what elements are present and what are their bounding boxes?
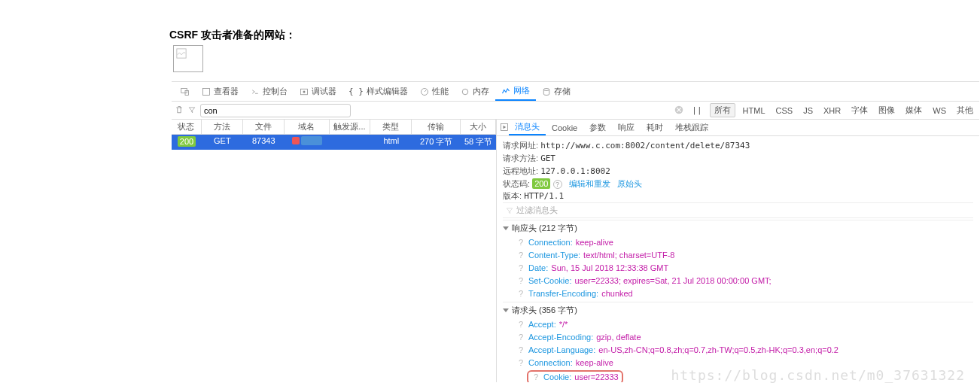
filter-js[interactable]: JS bbox=[800, 106, 816, 115]
url-value: http://www.c.com:8002/content/delete/873… bbox=[540, 141, 750, 150]
network-filter-bar: || 所有 HTML CSS JS XHR 字体 图像 媒体 WS 其他 bbox=[172, 102, 979, 120]
header-row: ?Connection: keep-alive bbox=[503, 236, 973, 249]
broken-image-placeholder bbox=[173, 45, 203, 72]
filter-xhr[interactable]: XHR bbox=[820, 106, 844, 115]
toggle-icon[interactable] bbox=[500, 123, 509, 133]
clear-icon[interactable] bbox=[674, 105, 684, 117]
remote-label: 远程地址: bbox=[503, 166, 538, 175]
status-code-badge: 200 bbox=[532, 178, 550, 189]
col-status[interactable]: 状态 bbox=[172, 120, 202, 134]
table-header: 状态 方法 文件 域名 触发源... 类型 传输 大小 bbox=[172, 120, 496, 135]
responsive-design-icon[interactable] bbox=[175, 82, 196, 101]
cell-method: GET bbox=[202, 135, 243, 150]
trash-icon[interactable] bbox=[175, 105, 184, 116]
tab-performance[interactable]: 性能 bbox=[414, 82, 455, 101]
filter-headers-placeholder[interactable]: 过滤消息头 bbox=[516, 205, 558, 216]
raw-headers-link[interactable]: 原始头 bbox=[617, 179, 642, 188]
tab-style-label: 样式编辑器 bbox=[367, 86, 408, 97]
tab-params[interactable]: 参数 bbox=[583, 120, 612, 135]
tab-inspector-label: 查看器 bbox=[214, 86, 239, 97]
cell-transferred: 270 字节 bbox=[412, 135, 461, 150]
tab-memory[interactable]: 内存 bbox=[455, 82, 495, 101]
details-tabs: 消息头 Cookie 参数 响应 耗时 堆栈跟踪 bbox=[497, 120, 979, 136]
url-label: 请求网址: bbox=[503, 141, 538, 150]
header-row: ?Transfer-Encoding: chunked bbox=[503, 287, 973, 300]
filter-headers-row: 过滤消息头 bbox=[503, 202, 973, 218]
tab-inspector[interactable]: 查看器 bbox=[196, 82, 245, 101]
filter-media[interactable]: 媒体 bbox=[902, 105, 925, 116]
header-row: ?Accept-Encoding: gzip, deflate bbox=[503, 331, 973, 344]
tab-storage[interactable]: 存储 bbox=[536, 82, 577, 101]
col-file[interactable]: 文件 bbox=[243, 120, 285, 134]
tab-style-editor[interactable]: { }样式编辑器 bbox=[342, 82, 414, 101]
version-value: HTTP/1.1 bbox=[524, 191, 564, 201]
col-type[interactable]: 类型 bbox=[370, 120, 412, 134]
tab-headers[interactable]: 消息头 bbox=[509, 120, 546, 135]
response-headers-title: 响应头 (212 字节) bbox=[512, 223, 577, 234]
filter-ws[interactable]: WS bbox=[930, 106, 949, 115]
method-label: 请求方法: bbox=[503, 153, 538, 163]
tab-memory-label: 内存 bbox=[473, 86, 489, 97]
col-domain[interactable]: 域名 bbox=[285, 120, 330, 134]
col-transferred[interactable]: 传输 bbox=[412, 120, 461, 134]
cell-domain bbox=[285, 135, 330, 150]
filter-html[interactable]: HTML bbox=[740, 106, 768, 115]
header-row: ?Accept-Language: en-US,zh-CN;q=0.8,zh;q… bbox=[503, 344, 973, 357]
table-row[interactable]: 200 GET 87343 html 270 字节 58 字节 bbox=[172, 135, 496, 150]
remote-value: 127.0.0.1:8002 bbox=[540, 166, 610, 176]
svg-point-5 bbox=[303, 90, 306, 93]
cell-cause bbox=[330, 135, 371, 150]
tab-cookie[interactable]: Cookie bbox=[546, 120, 583, 135]
header-row: ?Accept: */* bbox=[503, 318, 973, 331]
request-headers-title: 请求头 (356 字节) bbox=[512, 305, 577, 316]
tab-stack[interactable]: 堆栈跟踪 bbox=[669, 120, 714, 135]
devtools-toolbar: 查看器 控制台 调试器 { }样式编辑器 性能 内存 网络 存储 bbox=[172, 82, 979, 102]
header-row: ?Date: Sun, 15 Jul 2018 12:33:38 GMT bbox=[503, 262, 973, 275]
filter-css[interactable]: CSS bbox=[773, 106, 796, 115]
tab-response[interactable]: 响应 bbox=[612, 120, 641, 135]
version-label: 版本: bbox=[503, 191, 522, 200]
funnel-icon[interactable] bbox=[188, 106, 196, 115]
broken-image-icon bbox=[176, 48, 187, 59]
header-row: ?Set-Cookie: user=22333; expires=Sat, 21… bbox=[503, 275, 973, 287]
tab-network[interactable]: 网络 bbox=[495, 82, 536, 101]
page-title: CSRF 攻击者准备的网站： bbox=[169, 29, 296, 42]
tab-debugger-label: 调试器 bbox=[312, 86, 336, 97]
svg-rect-3 bbox=[203, 88, 210, 95]
col-method[interactable]: 方法 bbox=[202, 120, 243, 134]
filter-image[interactable]: 图像 bbox=[875, 105, 898, 116]
edit-resend-link[interactable]: 编辑和重发 bbox=[569, 179, 610, 188]
tab-console-label: 控制台 bbox=[263, 86, 288, 97]
response-headers-section[interactable]: 响应头 (212 字节) bbox=[503, 220, 973, 236]
chevron-down-icon bbox=[503, 308, 509, 312]
pause-button[interactable]: || bbox=[689, 105, 705, 115]
tab-debugger[interactable]: 调试器 bbox=[294, 82, 342, 101]
col-cause[interactable]: 触发源... bbox=[330, 120, 371, 134]
cell-type: html bbox=[370, 135, 412, 150]
svg-point-8 bbox=[543, 88, 549, 90]
header-row: ?Content-Type: text/html; charset=UTF-8 bbox=[503, 249, 973, 262]
devtools-panel: 查看器 控制台 调试器 { }样式编辑器 性能 内存 网络 存储 || 所有 H… bbox=[172, 81, 979, 382]
status-label: 状态码: bbox=[503, 179, 530, 188]
filter-input[interactable] bbox=[200, 104, 351, 117]
chevron-down-icon bbox=[503, 226, 509, 230]
filter-font[interactable]: 字体 bbox=[848, 105, 871, 116]
filter-all[interactable]: 所有 bbox=[710, 103, 735, 117]
request-details: 消息头 Cookie 参数 响应 耗时 堆栈跟踪 请求网址: http://ww… bbox=[497, 120, 979, 382]
svg-rect-0 bbox=[177, 49, 186, 58]
tab-timings[interactable]: 耗时 bbox=[641, 120, 669, 135]
filter-other[interactable]: 其他 bbox=[954, 105, 976, 116]
method-value: GET bbox=[540, 153, 555, 163]
request-list: 状态 方法 文件 域名 触发源... 类型 传输 大小 200 GET 8734… bbox=[172, 120, 497, 382]
svg-point-7 bbox=[462, 89, 468, 95]
tab-console[interactable]: 控制台 bbox=[245, 82, 294, 101]
headers-panel: 请求网址: http://www.c.com:8002/content/dele… bbox=[497, 136, 979, 382]
tab-network-label: 网络 bbox=[513, 85, 530, 96]
tab-performance-label: 性能 bbox=[432, 86, 449, 97]
tab-storage-label: 存储 bbox=[554, 86, 571, 97]
status-badge: 200 bbox=[178, 136, 196, 147]
request-headers-section[interactable]: 请求头 (356 字节) bbox=[503, 302, 973, 318]
col-size[interactable]: 大小 bbox=[461, 120, 496, 134]
cell-file: 87343 bbox=[243, 135, 285, 150]
help-icon[interactable]: ? bbox=[553, 180, 562, 189]
